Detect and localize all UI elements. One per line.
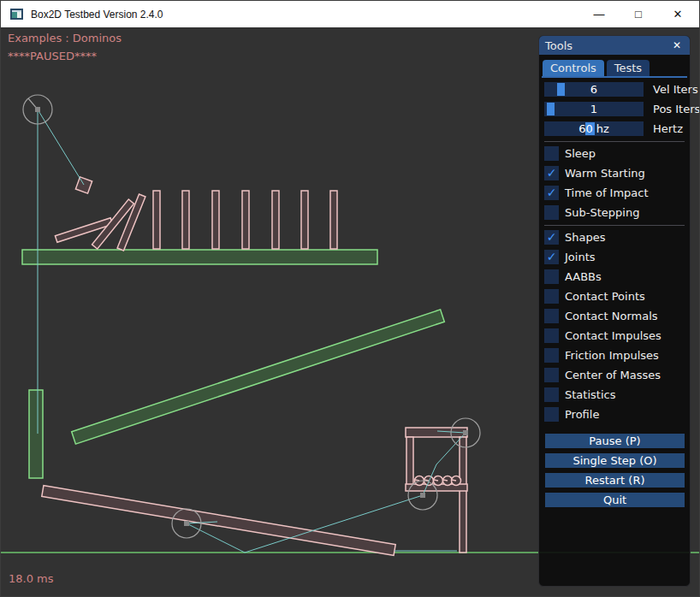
checkbox[interactable]: ✓ [544,368,559,382]
checkbox-label: Warm Starting [565,167,645,180]
checkbox[interactable]: ✓ [544,407,559,422]
checkbox-label: Contact Points [565,290,645,303]
checkbox-sleep[interactable]: ✓ Sleep [544,146,690,161]
checkbox-shapes[interactable]: ✓ Shapes [544,230,690,245]
domino [272,191,279,249]
titlebar: Box2D Testbed Version 2.4.0 — □ ✕ [1,1,699,27]
domino [242,191,249,249]
checkbox-label: Contact Normals [565,310,658,322]
checkbox-label: Sleep [565,147,596,160]
checkbox-label: Sub-Stepping [565,206,639,219]
checkbox-profile[interactable]: ✓ Profile [544,407,690,422]
domino [330,191,337,249]
domino [212,191,219,249]
separator [544,225,685,226]
tab-bar: Controls Tests [543,60,690,76]
tab-tests[interactable]: Tests [607,60,650,76]
minimize-button[interactable]: — [579,1,619,27]
pos-iters-slider[interactable]: 1 [544,102,644,116]
static-bodies [22,250,444,478]
checkbox-label: Shapes [565,231,605,244]
checkbox[interactable]: ✓ [544,387,559,402]
checkbox-joints[interactable]: ✓ Joints [544,250,690,264]
single-step-button[interactable]: Single Step (O) [545,453,685,468]
checkbox-statistics[interactable]: ✓ Statistics [544,387,690,402]
frame-right-post [460,437,466,553]
checkmark-icon: ✓ [547,230,557,245]
slider-row-pos-iters: 1 Pos Iters [544,102,690,116]
checkbox-contact-normals[interactable]: ✓ Contact Normals [544,309,690,323]
checkbox[interactable]: ✓ [544,348,559,363]
checkbox[interactable]: ✓ [544,289,559,304]
checkbox-aabbs[interactable]: ✓ AABBs [544,269,690,284]
dynamic-bodies[interactable] [42,177,467,556]
checkbox[interactable]: ✓ [544,146,559,161]
checkbox[interactable]: ✓ [544,269,559,284]
pendulum-box [75,177,92,193]
tab-controls[interactable]: Controls [543,60,604,76]
checkbox-label: Contact Impulses [565,329,661,342]
plank [42,486,395,556]
checkbox-sub-stepping[interactable]: ✓ Sub-Stepping [544,205,690,220]
checkbox[interactable]: ✓ [544,309,559,323]
tools-panel: Tools ✕ Controls Tests 6 Vel Iters [538,35,691,587]
checkbox[interactable]: ✓ [544,205,559,220]
checkbox-label: AABBs [565,270,602,283]
pos-iters-label: Pos Iters [653,102,700,116]
app-icon [10,9,23,20]
app-window: Box2D Testbed Version 2.4.0 — □ ✕ [0,0,700,597]
domino [301,191,308,249]
checkbox-label: Statistics [565,388,615,401]
anchor-point [184,521,189,526]
checkbox-contact-impulses[interactable]: ✓ Contact Impulses [544,328,690,343]
close-button[interactable]: ✕ [658,1,697,27]
checkbox[interactable]: ✓ [544,230,559,245]
domino [182,191,189,249]
button-stack: Pause (P) Single Step (O) Restart (R) Qu… [544,427,690,507]
tools-panel-close-icon[interactable]: ✕ [670,38,684,52]
checkbox-center-of-masses[interactable]: ✓ Center of Masses [544,368,690,382]
checkbox-time-of-impact[interactable]: ✓ Time of Impact [544,186,690,200]
hertz-label: Hertz [653,121,683,136]
vel-iters-label: Vel Iters [653,82,698,97]
anchor-point [420,493,425,498]
separator [544,141,685,142]
frame-left-post [406,437,413,489]
checkbox[interactable]: ✓ [544,186,559,200]
window-title: Box2D Testbed Version 2.4.0 [31,9,579,21]
pause-button[interactable]: Pause (P) [545,434,685,448]
ramp [72,310,445,444]
anchor-point [35,107,40,112]
paused-label: ****PAUSED**** [8,50,97,62]
domino-shelf [22,250,377,264]
tools-panel-titlebar[interactable]: Tools ✕ [539,36,690,55]
physics-canvas[interactable]: Examples : Dominos ****PAUSED**** 18.0 m… [1,27,700,597]
checkbox-contact-points[interactable]: ✓ Contact Points [544,289,690,304]
checkbox[interactable]: ✓ [544,166,559,180]
hertz-value: 60 hz [544,121,644,136]
checkbox-label: Center of Masses [565,369,661,381]
slider-row-hertz: 60 hz Hertz [544,121,690,136]
vel-iters-value: 6 [544,82,644,97]
checkmark-icon: ✓ [547,186,557,200]
checkbox[interactable]: ✓ [544,250,559,264]
example-label: Examples : Dominos [8,32,122,44]
restart-button[interactable]: Restart (R) [545,473,685,488]
checkbox-label: Friction Impulses [565,349,659,362]
quit-button[interactable]: Quit [545,493,685,507]
maximize-button[interactable]: □ [619,1,658,27]
checkmark-icon: ✓ [547,166,557,180]
checkbox-label: Time of Impact [565,186,649,199]
checkbox-friction-impulses[interactable]: ✓ Friction Impulses [544,348,690,363]
vertical-post [29,390,43,478]
vel-iters-slider[interactable]: 6 [544,82,644,97]
domino [153,191,160,249]
hertz-slider[interactable]: 60 hz [544,121,644,136]
checkmark-icon: ✓ [547,250,557,264]
anchor-point [463,430,468,435]
frame-time-label: 18.0 ms [9,572,54,585]
checkbox[interactable]: ✓ [544,328,559,343]
checkbox-label: Profile [565,408,599,421]
checkbox-label: Joints [565,251,596,263]
checkbox-warm-starting[interactable]: ✓ Warm Starting [544,166,690,180]
